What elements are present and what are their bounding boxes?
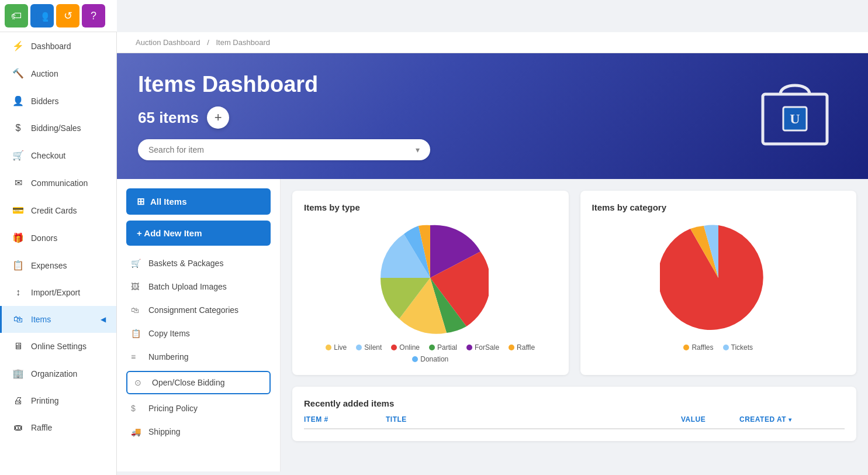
left-menu: ⊞ All Items + Add New Item 🛒 Baskets & P… — [117, 179, 281, 471]
table-header: ITEM # TITLE VALUE CREATED AT ▾ — [304, 415, 845, 429]
menu-item-copy-items[interactable]: 📋 Copy Items — [117, 322, 280, 345]
sidebar-item-checkout[interactable]: 🛒 Checkout — [0, 142, 116, 169]
sidebar-item-raffle[interactable]: 🎟 Raffle — [0, 414, 116, 441]
search-dropdown-arrow[interactable]: ▾ — [416, 145, 420, 154]
batch-upload-icon: 🖼 — [131, 282, 141, 291]
legend-live-dot — [326, 345, 331, 350]
bidding-clock-icon: ⊙ — [134, 378, 145, 387]
sidebar-item-import-export[interactable]: ↕ Import/Export — [0, 279, 116, 306]
header-banner: Items Dashboard 65 items + ▾ U — [117, 53, 868, 179]
shopping-bag-illustration: U — [757, 71, 833, 149]
donors-icon: 🎁 — [12, 232, 24, 243]
legend-online: Online — [391, 343, 420, 352]
grid-icon: ⊞ — [137, 196, 144, 207]
chart-by-category-title: Items by category — [592, 202, 845, 212]
import-export-icon: ↕ — [12, 287, 24, 298]
search-wrap: ▾ — [138, 139, 430, 160]
legend-silent-dot — [356, 345, 362, 350]
legend-donation-dot — [412, 356, 418, 362]
sidebar-item-expenses[interactable]: 📋 Expenses — [0, 252, 116, 279]
main-content: Auction Dashboard / Item Dashboard Items… — [117, 32, 868, 475]
legend-cat-raffles-dot — [683, 345, 689, 350]
checkout-icon: 🛒 — [12, 150, 24, 161]
recently-added-section: Recently added items ITEM # TITLE VALUE … — [292, 387, 856, 441]
expenses-icon: 📋 — [12, 260, 24, 271]
sidebar-item-organization[interactable]: 🏢 Organization — [0, 360, 116, 387]
copy-icon: 📋 — [131, 329, 141, 338]
menu-item-pricing-policy[interactable]: $ Pricing Policy — [117, 397, 280, 420]
baskets-icon: 🛒 — [131, 259, 141, 268]
page-title: Items Dashboard — [138, 72, 847, 97]
bidders-icon: 👤 — [12, 95, 24, 106]
consignment-icon: 🛍 — [131, 305, 141, 315]
sidebar-item-printing[interactable]: 🖨 Printing — [0, 387, 116, 414]
numbering-icon: ≡ — [131, 352, 141, 362]
menu-item-batch-upload[interactable]: 🖼 Batch Upload Images — [117, 275, 280, 298]
refresh-icon-button[interactable]: ↺ — [56, 4, 79, 27]
legend-partial-dot — [429, 345, 435, 350]
menu-item-open-close-bidding[interactable]: ⊙ Open/Close Bidding — [126, 371, 271, 394]
col-header-created: CREATED AT ▾ — [739, 415, 845, 424]
credit-card-icon: 💳 — [12, 205, 24, 216]
chart-by-category: Items by category — [580, 191, 857, 375]
items-icon: 🛍 — [12, 314, 24, 325]
legend-cat-tickets: Tickets — [723, 343, 753, 352]
legend-raffle-dot — [509, 345, 514, 350]
items-count-row: 65 items + — [138, 106, 847, 129]
legend-cat-tickets-dot — [723, 345, 729, 350]
help-icon-button[interactable]: ? — [82, 4, 105, 27]
breadcrumb: Auction Dashboard / Item Dashboard — [117, 32, 868, 53]
legend-live: Live — [326, 343, 347, 352]
pie-by-type-legend: Live Silent Online — [304, 343, 557, 363]
chart-by-type: Items by type — [292, 191, 569, 375]
sidebar-item-donors[interactable]: 🎁 Donors — [0, 224, 116, 252]
breadcrumb-separator: / — [207, 38, 209, 47]
sidebar-item-auction[interactable]: 🔨 Auction — [0, 60, 116, 87]
col-header-title: TITLE — [386, 415, 681, 424]
sidebar-item-bidders[interactable]: 👤 Bidders — [0, 87, 116, 115]
menu-item-baskets[interactable]: 🛒 Baskets & Packages — [117, 252, 280, 275]
col-header-item: ITEM # — [304, 415, 386, 424]
add-new-item-button[interactable]: + Add New Item — [126, 221, 271, 246]
legend-forsale-dot — [466, 345, 472, 350]
sort-arrow-icon[interactable]: ▾ — [789, 417, 792, 423]
sidebar-item-dashboard[interactable]: ⚡ Dashboard — [0, 32, 116, 60]
menu-item-consignment[interactable]: 🛍 Consignment Categories — [117, 298, 280, 322]
pie-by-category-legend: Raffles Tickets — [683, 343, 753, 352]
pie-by-category-container: Raffles Tickets — [592, 219, 845, 352]
dashboard-icon: ⚡ — [12, 40, 24, 51]
all-items-button[interactable]: ⊞ All Items — [126, 188, 271, 215]
legend-raffle: Raffle — [509, 343, 535, 352]
tag-icon-button[interactable]: 🏷 — [5, 4, 28, 27]
sidebar-item-credit-cards[interactable]: 💳 Credit Cards — [0, 197, 116, 224]
right-panel: Items by type — [281, 179, 868, 471]
sidebar-item-bidding-sales[interactable]: $ Bidding/Sales — [0, 115, 116, 142]
add-item-circle-button[interactable]: + — [207, 106, 229, 129]
search-input[interactable] — [148, 145, 393, 154]
content-area: ⊞ All Items + Add New Item 🛒 Baskets & P… — [117, 179, 868, 471]
sidebar-item-online-settings[interactable]: 🖥 Online Settings — [0, 333, 116, 360]
shipping-icon: 🚚 — [131, 427, 141, 436]
legend-cat-raffles: Raffles — [683, 343, 713, 352]
sidebar-item-items[interactable]: 🛍 Items ◀ — [0, 306, 116, 333]
chevron-right-icon: ◀ — [101, 315, 106, 323]
raffle-icon: 🎟 — [12, 422, 24, 433]
menu-item-shipping[interactable]: 🚚 Shipping — [117, 420, 280, 443]
people-icon-button[interactable]: 👥 — [30, 4, 54, 27]
col-header-value: VALUE — [681, 415, 739, 424]
menu-item-numbering[interactable]: ≡ Numbering — [117, 345, 280, 369]
pie-by-category-chart — [660, 219, 777, 336]
pie-by-type-container: Live Silent Online — [304, 219, 557, 363]
sidebar-item-communication[interactable]: ✉ Communication — [0, 169, 116, 197]
breadcrumb-part2[interactable]: Item Dashboard — [216, 38, 270, 47]
bidding-icon: $ — [12, 123, 24, 133]
items-count: 65 items — [138, 109, 199, 127]
legend-online-dot — [391, 345, 397, 350]
charts-area: Items by type — [281, 179, 868, 387]
breadcrumb-part1[interactable]: Auction Dashboard — [136, 38, 200, 47]
sidebar: ⚡ Dashboard 🔨 Auction 👤 Bidders $ Biddin… — [0, 32, 117, 475]
legend-silent: Silent — [356, 343, 382, 352]
recently-added-title: Recently added items — [304, 398, 845, 408]
legend-donation: Donation — [412, 355, 448, 363]
chart-by-type-title: Items by type — [304, 202, 557, 212]
